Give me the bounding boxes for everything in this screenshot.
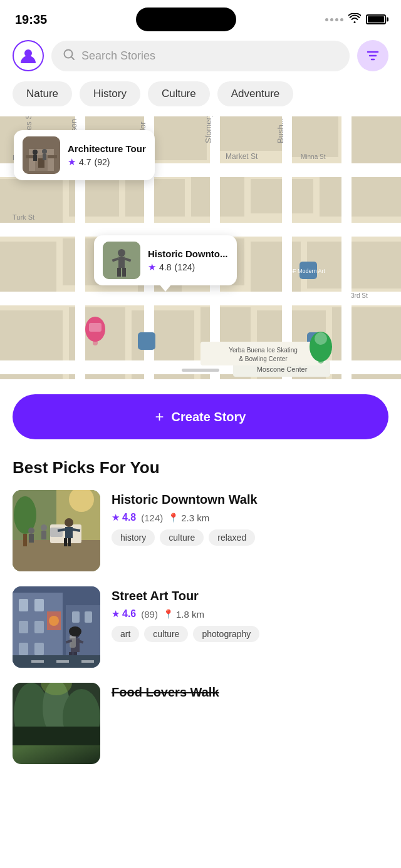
svg-rect-119 <box>81 660 94 663</box>
svg-point-69 <box>42 149 47 154</box>
map-card-architecture-rating: ★ 4.7 (92) <box>68 156 146 168</box>
architecture-rating-num: 4.7 <box>79 157 91 167</box>
svg-rect-106 <box>85 611 92 623</box>
location-icon: 📍 <box>168 513 179 523</box>
svg-text:SF Modern Art: SF Modern Art <box>289 268 326 274</box>
story-info-street-art: Street Art Tour ★ 4.6 (89) 📍 1.8 km art … <box>112 586 388 642</box>
svg-rect-94 <box>41 531 46 539</box>
tag-culture: culture <box>160 529 204 546</box>
svg-rect-104 <box>34 643 44 655</box>
story-card-food[interactable]: Food Lovers Walk <box>13 683 388 764</box>
story-info-food: Food Lovers Walk <box>112 683 388 705</box>
svg-rect-87 <box>64 538 67 546</box>
historic-rating-num: 4.8 <box>159 262 171 272</box>
svg-rect-101 <box>19 621 28 633</box>
avatar[interactable] <box>13 40 44 71</box>
map-card-architecture-content: Architecture Tour ★ 4.7 (92) <box>68 143 146 168</box>
tag-culture-2: culture <box>144 626 188 642</box>
svg-rect-14 <box>320 176 401 217</box>
star-icon-4: ★ <box>112 608 120 620</box>
search-icon <box>63 48 75 64</box>
section-title: Best Picks For You <box>13 458 388 477</box>
status-icons <box>325 13 386 26</box>
svg-text:Bush...: Bush... <box>276 118 285 143</box>
map-card-historic-title: Historic Downto... <box>148 248 228 259</box>
map-container[interactable]: Jones St Post St Turk St Mason Taylor Sf… <box>0 116 401 379</box>
svg-rect-60 <box>89 323 102 332</box>
svg-rect-74 <box>117 268 121 277</box>
svg-text:3rd St: 3rd St <box>351 292 368 299</box>
svg-rect-68 <box>33 155 37 161</box>
status-time: 19:35 <box>15 13 47 27</box>
status-notch <box>136 8 236 31</box>
category-nature[interactable]: Nature <box>13 81 72 106</box>
categories: Nature History Culture Adventure <box>0 79 401 116</box>
svg-text:Yerba Buena Ice Skating: Yerba Buena Ice Skating <box>229 347 298 354</box>
svg-rect-84 <box>23 534 27 546</box>
story-meta-street-art: ★ 4.6 (89) 📍 1.8 km <box>112 608 388 620</box>
svg-rect-34 <box>282 116 292 379</box>
street-art-distance: 📍 1.8 km <box>163 609 204 620</box>
svg-point-115 <box>69 626 81 636</box>
map-handle[interactable] <box>182 369 219 372</box>
street-art-tags: art culture photography <box>112 626 388 642</box>
svg-rect-99 <box>19 599 28 611</box>
story-rating-street-art: ★ 4.6 <box>112 608 136 620</box>
create-story-button[interactable]: + Create Story <box>13 394 388 439</box>
architecture-reviews: (92) <box>94 157 110 167</box>
map-card-architecture-title: Architecture Tour <box>68 143 146 154</box>
svg-rect-5 <box>150 116 207 160</box>
svg-point-57 <box>315 332 327 345</box>
search-bar[interactable]: Search Stories <box>51 41 350 71</box>
svg-point-67 <box>33 150 38 155</box>
svg-point-58 <box>318 357 324 364</box>
svg-rect-103 <box>19 643 28 655</box>
map-card-architecture[interactable]: Architecture Tour ★ 4.7 (92) <box>14 130 155 180</box>
header: Search Stories <box>0 35 401 79</box>
svg-rect-102 <box>34 621 44 633</box>
svg-text:Turk St: Turk St <box>13 213 34 221</box>
svg-point-93 <box>41 524 47 531</box>
star-icon-3: ★ <box>112 512 120 523</box>
svg-point-121 <box>49 616 59 626</box>
battery-icon <box>366 14 386 24</box>
historic-reviews: (124) <box>174 262 195 272</box>
filter-button[interactable] <box>357 40 388 71</box>
svg-rect-92 <box>29 534 34 543</box>
svg-text:Moscone Center: Moscone Center <box>257 365 308 373</box>
svg-rect-70 <box>43 154 46 160</box>
tag-art: art <box>112 626 139 642</box>
svg-text:Minna St: Minna St <box>301 153 326 160</box>
svg-rect-117 <box>31 660 44 663</box>
svg-rect-28 <box>0 223 401 237</box>
svg-rect-88 <box>68 538 71 546</box>
wifi-icon <box>348 13 361 26</box>
historic-story-reviews: (124) <box>141 513 163 523</box>
create-story-section: + Create Story <box>0 379 401 446</box>
svg-point-72 <box>118 249 125 257</box>
svg-rect-105 <box>72 611 80 623</box>
svg-rect-19 <box>251 242 301 292</box>
historic-story-tags: history culture relaxed <box>112 529 388 546</box>
historic-story-rating: 4.8 <box>122 512 136 523</box>
svg-rect-126 <box>13 727 100 745</box>
search-placeholder: Search Stories <box>81 49 155 63</box>
street-art-reviews: (89) <box>141 609 158 620</box>
tag-relaxed: relaxed <box>209 529 255 546</box>
signal-dots <box>325 18 343 21</box>
svg-rect-100 <box>34 599 44 611</box>
story-info-historic: Historic Downtown Walk ★ 4.8 (124) 📍 2.3… <box>112 490 388 546</box>
story-card-historic[interactable]: Historic Downtown Walk ★ 4.8 (124) 📍 2.3… <box>13 490 388 571</box>
category-history[interactable]: History <box>80 81 140 106</box>
category-adventure[interactable]: Adventure <box>217 81 294 106</box>
map-card-historic[interactable]: Historic Downto... ★ 4.8 (124) <box>94 235 237 285</box>
story-card-street-art[interactable]: Street Art Tour ★ 4.6 (89) 📍 1.8 km art … <box>13 586 388 668</box>
star-icon: ★ <box>68 156 76 168</box>
svg-rect-15 <box>0 242 56 292</box>
category-culture[interactable]: Culture <box>148 81 210 106</box>
tag-history: history <box>112 529 155 546</box>
story-thumb-food <box>13 683 100 764</box>
story-title-street-art: Street Art Tour <box>112 589 388 603</box>
svg-text:& Bowling Center: & Bowling Center <box>239 355 288 362</box>
svg-rect-75 <box>122 268 126 277</box>
